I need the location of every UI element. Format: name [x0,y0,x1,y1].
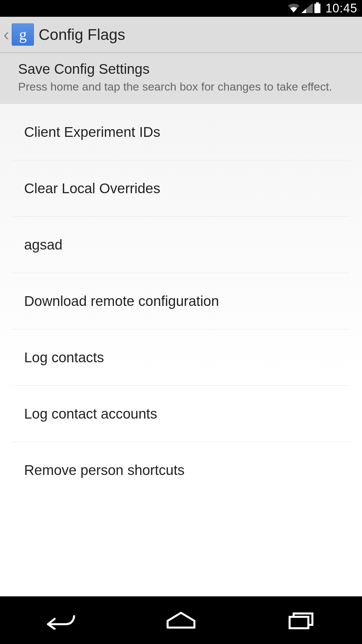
svg-rect-3 [314,4,320,13]
list-item-client-experiment-ids[interactable]: Client Experiment IDs [12,104,350,160]
list-item-download-remote-configuration[interactable]: Download remote configuration [12,273,350,329]
item-title: Save Config Settings [18,61,350,77]
item-title: Clear Local Overrides [24,180,338,197]
list-item-log-contacts[interactable]: Log contacts [12,329,350,386]
nav-back-button[interactable] [34,608,87,632]
list-item-clear-local-overrides[interactable]: Clear Local Overrides [12,160,350,217]
item-title: Log contact accounts [24,406,338,422]
status-time: 10:45 [325,1,357,15]
wifi-icon [287,3,300,14]
navigation-bar [0,596,362,644]
action-bar: ‹ g Config Flags [0,17,362,53]
app-icon[interactable]: g [12,23,34,46]
status-icons [287,2,321,14]
save-config-settings[interactable]: Save Config Settings Press home and tap … [0,53,362,104]
nav-recent-button[interactable] [275,608,328,632]
content: Save Config Settings Press home and tap … [0,53,362,596]
item-title: Remove person shortcuts [24,462,338,478]
battery-icon [314,2,321,14]
list-item-agsad[interactable]: agsad [12,217,350,273]
item-title: agsad [24,237,338,253]
svg-rect-4 [290,617,308,628]
item-title: Client Experiment IDs [24,124,338,140]
back-icon[interactable]: ‹ [3,26,9,43]
svg-marker-1 [301,9,306,13]
app-icon-letter: g [19,27,27,42]
action-bar-title: Config Flags [39,25,125,44]
status-bar: 10:45 [0,0,362,17]
nav-home-button[interactable] [154,608,208,632]
list-item-log-contact-accounts[interactable]: Log contact accounts [12,386,350,442]
svg-rect-2 [316,2,319,4]
item-title: Log contacts [24,350,338,366]
list-item-remove-person-shortcuts[interactable]: Remove person shortcuts [12,442,350,498]
item-title: Download remote configuration [24,293,338,309]
cell-signal-icon [301,3,313,14]
item-subtitle: Press home and tap the search box for ch… [18,79,350,94]
